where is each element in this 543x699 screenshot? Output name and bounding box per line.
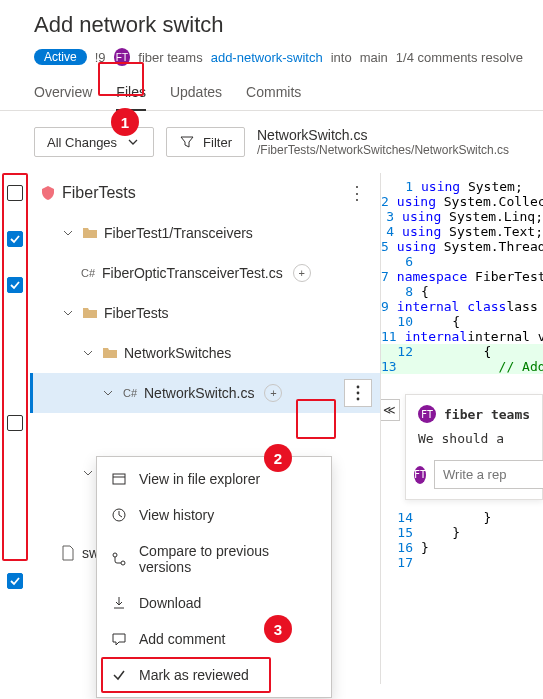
avatar: FT [114, 48, 131, 66]
code-line: 12 { [381, 344, 543, 359]
tree-label: FiberTest1/Transceivers [104, 225, 253, 241]
filter-label: Filter [203, 135, 232, 150]
ctx-view-history[interactable]: View history [97, 497, 331, 533]
more-icon[interactable]: ⋮ [348, 182, 372, 204]
all-changes-label: All Changes [47, 135, 117, 150]
target-branch: main [360, 50, 388, 65]
add-comment-chip[interactable]: + [293, 264, 311, 282]
chevron-down-icon [80, 345, 96, 361]
tree-label: FiberTests [62, 184, 136, 202]
status-badge: Active [34, 49, 87, 65]
team-name: fiber teams [138, 50, 202, 65]
cs-file-icon: C# [122, 385, 138, 401]
comment-thread: ≪ FT fiber teams We should a FT [405, 394, 543, 500]
tab-commits[interactable]: Commits [246, 84, 301, 110]
comments-status[interactable]: 1/4 comments resolve [396, 50, 523, 65]
file-icon [60, 545, 76, 561]
pr-number: !9 [95, 50, 106, 65]
chevron-down-icon [125, 134, 141, 150]
tree-row-repo[interactable]: FiberTests ⋮ [30, 173, 380, 213]
download-icon [111, 595, 127, 611]
folder-icon [82, 225, 98, 241]
more-vertical-icon [356, 385, 360, 401]
code-line: 6 [381, 254, 543, 269]
filepath-sub: /FiberTests/NetworkSwitches/NetworkSwitc… [257, 143, 543, 157]
tree-label: FiberTests [104, 305, 169, 321]
code-line: 2using System.Collect [381, 194, 543, 209]
review-checkbox[interactable] [7, 415, 23, 431]
tree-row-folder[interactable]: FiberTests [30, 293, 380, 333]
compare-icon [111, 551, 127, 567]
tab-updates[interactable]: Updates [170, 84, 222, 110]
tree-row-file[interactable]: C# FiberOpticTransceiverTest.cs + [30, 253, 380, 293]
ctx-label: Download [139, 595, 201, 611]
add-comment-chip[interactable]: + [264, 384, 282, 402]
ctx-label: Mark as reviewed [139, 667, 249, 683]
filepath-block: NetworkSwitch.cs /FiberTests/NetworkSwit… [257, 127, 543, 157]
callout-badge-2: 2 [264, 444, 292, 472]
code-line: 8{ [381, 284, 543, 299]
more-button[interactable] [344, 379, 372, 407]
code-line: 15 } [381, 525, 543, 540]
ctx-label: View in file explorer [139, 471, 260, 487]
ctx-label: Compare to previous versions [139, 543, 317, 575]
reply-avatar: FT [414, 466, 426, 484]
filter-button[interactable]: Filter [166, 127, 245, 157]
chevron-down-icon [100, 385, 116, 401]
tree-label: FiberOpticTransceiverTest.cs [102, 265, 283, 281]
review-checkbox[interactable] [7, 277, 23, 293]
review-checkbox[interactable] [7, 573, 23, 589]
toolbar: All Changes Filter NetworkSwitch.cs /Fib… [0, 111, 543, 173]
chevron-down-icon [60, 305, 76, 321]
ctx-download[interactable]: Download [97, 585, 331, 621]
tree-row-folder[interactable]: NetworkSwitches [30, 333, 380, 373]
svg-rect-3 [113, 474, 125, 484]
svg-point-5 [113, 553, 117, 557]
chevron-down-icon [80, 465, 96, 481]
tab-overview[interactable]: Overview [34, 84, 92, 110]
comment-user: fiber teams [444, 407, 530, 422]
svg-point-0 [357, 386, 360, 389]
git-repo-icon [40, 185, 56, 201]
comment-body: We should a [414, 431, 532, 446]
tree-row-folder[interactable]: FiberTest1/Transceivers [30, 213, 380, 253]
tab-files[interactable]: Files [116, 84, 146, 110]
code-line: 17 [381, 555, 543, 570]
callout-badge-3: 3 [264, 615, 292, 643]
tabs-row: Overview Files Updates Commits [0, 66, 543, 111]
reply-input[interactable] [434, 460, 543, 489]
tree-row-file-selected[interactable]: C# NetworkSwitch.cs + [30, 373, 380, 413]
into-label: into [331, 50, 352, 65]
filepath-title: NetworkSwitch.cs [257, 127, 543, 143]
file-explorer-icon [111, 471, 127, 487]
code-pane: 1using System;2using System.Collect3usin… [380, 173, 543, 684]
review-checkbox[interactable] [7, 231, 23, 247]
code-line: 10 { [381, 314, 543, 329]
code-line: 14 } [381, 510, 543, 525]
checkbox-strip [0, 173, 30, 684]
ctx-view-in-explorer[interactable]: View in file explorer [97, 461, 331, 497]
review-checkbox[interactable] [7, 185, 23, 201]
svg-point-1 [357, 392, 360, 395]
all-changes-button[interactable]: All Changes [34, 127, 154, 157]
code-line: 7namespace FiberTest. [381, 269, 543, 284]
ctx-label: View history [139, 507, 214, 523]
history-icon [111, 507, 127, 523]
ctx-add-comment[interactable]: Add comment [97, 621, 331, 657]
callout-badge-1: 1 [111, 108, 139, 136]
svg-point-6 [121, 561, 125, 565]
tree-label: NetworkSwitches [124, 345, 231, 361]
folder-icon [82, 305, 98, 321]
comment-avatar: FT [418, 405, 436, 423]
context-menu: View in file explorer View history Compa… [96, 456, 332, 698]
collapse-thread-button[interactable]: ≪ [380, 399, 400, 421]
code-line: 9internal classlass N [381, 299, 543, 314]
filter-icon [179, 134, 195, 150]
ctx-compare-versions[interactable]: Compare to previous versions [97, 533, 331, 585]
source-branch-link[interactable]: add-network-switch [211, 50, 323, 65]
ctx-mark-reviewed[interactable]: Mark as reviewed [97, 657, 331, 693]
code-line: 1using System; [381, 179, 543, 194]
chevron-down-icon [60, 225, 76, 241]
check-icon [111, 667, 127, 683]
svg-point-2 [357, 398, 360, 401]
